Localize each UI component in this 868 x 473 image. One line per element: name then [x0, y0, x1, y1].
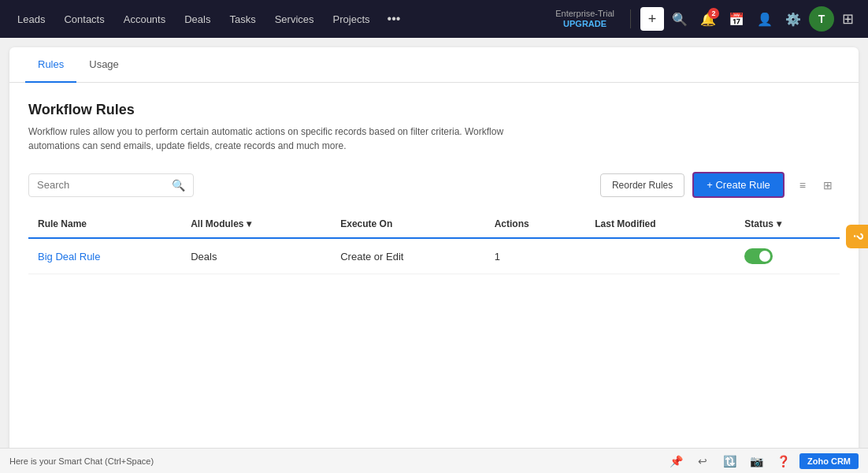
nav-services[interactable]: Services [267, 9, 322, 30]
nav-deals[interactable]: Deals [176, 9, 218, 30]
cell-rule-name: Big Deal Rule [28, 238, 181, 274]
bottom-bar-right: 📌 ↩ 🔃 📷 ❓ Zoho CRM [666, 451, 859, 467]
nav-tasks[interactable]: Tasks [221, 9, 263, 30]
view-toggle: ≡ ⊞ [792, 173, 840, 197]
calendar-button[interactable]: 📅 [724, 6, 749, 32]
top-nav: Leads Contacts Accounts Deals Tasks Serv… [0, 0, 868, 38]
bottom-icon-2[interactable]: ↩ [692, 451, 713, 467]
create-rule-button[interactable]: + Create Rule [692, 172, 785, 198]
page-title: Workflow Rules [28, 102, 840, 118]
smart-chat-label: Here is your Smart Chat (Ctrl+Space) [9, 456, 154, 466]
bottom-icon-5[interactable]: ❓ [773, 451, 793, 467]
grid-view-button[interactable]: ⊞ [816, 173, 840, 197]
table-header: Rule Name All Modules ▾ Execute On Actio… [28, 210, 840, 238]
nav-leads[interactable]: Leads [9, 9, 53, 30]
user-avatar[interactable]: T [809, 6, 834, 32]
nav-contacts[interactable]: Contacts [56, 9, 112, 30]
search-nav-button[interactable]: 🔍 [667, 6, 692, 32]
search-box: 🔍 [28, 173, 194, 197]
tab-bar: Rules Usage [9, 47, 859, 83]
nav-projects[interactable]: Projects [325, 9, 378, 30]
nav-divider [630, 9, 631, 28]
settings-button[interactable]: ⚙️ [781, 6, 806, 32]
toolbar: 🔍 Reorder Rules + Create Rule ≡ ⊞ [28, 172, 840, 198]
cell-status [735, 238, 840, 274]
col-last-modified: Last Modified [585, 210, 735, 238]
help-button[interactable]: ? [846, 225, 868, 248]
notifications-button[interactable]: 🔔 2 [696, 6, 721, 32]
nav-more[interactable]: ••• [381, 7, 407, 31]
cell-actions: 1 [485, 238, 586, 274]
search-icon: 🔍 [172, 179, 185, 192]
toolbar-right: Reorder Rules + Create Rule ≡ ⊞ [600, 172, 840, 198]
apps-grid-button[interactable]: ⊞ [837, 6, 859, 32]
nav-accounts[interactable]: Accounts [116, 9, 173, 30]
tab-usage[interactable]: Usage [76, 47, 132, 83]
zoho-crm-button[interactable]: Zoho CRM [799, 453, 859, 467]
table-body: Big Deal Rule Deals Create or Edit 1 [28, 238, 840, 274]
bottom-icon-1[interactable]: 📌 [666, 451, 686, 467]
col-status[interactable]: Status ▾ [735, 210, 840, 238]
cell-module: Deals [181, 238, 331, 274]
cell-execute-on: Create or Edit [331, 238, 484, 274]
notification-badge: 2 [708, 8, 719, 19]
add-button[interactable]: + [640, 7, 664, 31]
contacts-nav-button[interactable]: 👤 [752, 6, 777, 32]
rules-table: Rule Name All Modules ▾ Execute On Actio… [28, 210, 840, 274]
search-input[interactable] [37, 179, 167, 191]
col-rule-name: Rule Name [28, 210, 181, 238]
reorder-rules-button[interactable]: Reorder Rules [600, 173, 684, 197]
content-area: Workflow Rules Workflow rules allow you … [9, 83, 859, 274]
bottom-icon-4[interactable]: 📷 [746, 451, 766, 467]
cell-last-modified [585, 238, 735, 274]
enterprise-label: Enterprise-Trial UPGRADE [555, 9, 614, 29]
table-row: Big Deal Rule Deals Create or Edit 1 [28, 238, 840, 274]
page-description: Workflow rules allow you to perform cert… [28, 125, 532, 153]
col-execute-on: Execute On [331, 210, 484, 238]
col-actions: Actions [485, 210, 586, 238]
status-toggle[interactable] [744, 248, 773, 264]
bottom-bar: Here is your Smart Chat (Ctrl+Space) 📌 ↩… [0, 448, 868, 467]
status-sort-icon: ▾ [777, 218, 781, 229]
tab-rules[interactable]: Rules [25, 47, 76, 83]
list-view-button[interactable]: ≡ [792, 173, 813, 197]
bottom-icon-3[interactable]: 🔃 [719, 451, 740, 467]
col-module[interactable]: All Modules ▾ [181, 210, 331, 238]
module-sort-icon: ▾ [247, 218, 251, 229]
main-panel: Rules Usage Workflow Rules Workflow rule… [9, 47, 859, 457]
rule-name-link[interactable]: Big Deal Rule [38, 251, 101, 263]
